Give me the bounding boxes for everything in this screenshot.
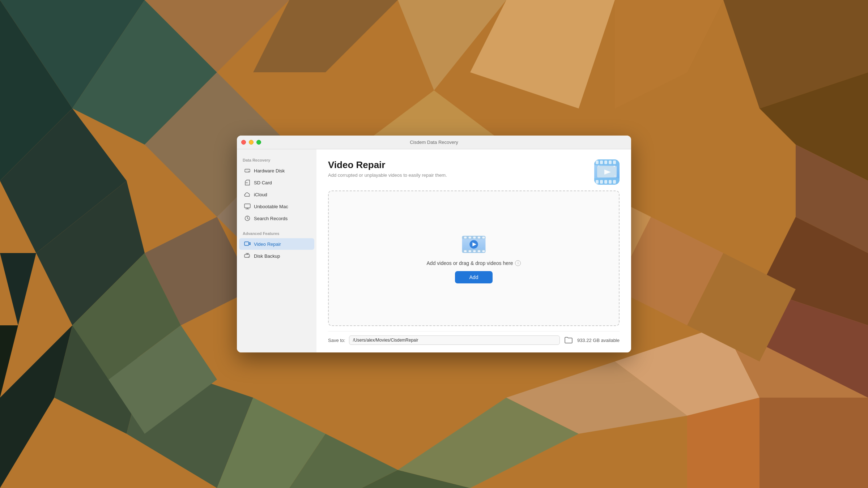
traffic-lights bbox=[241, 140, 261, 145]
svg-rect-53 bbox=[244, 242, 249, 245]
sidebar-item-hardware-disk[interactable]: Hardware Disk bbox=[239, 165, 314, 176]
sidebar-item-unbootable-mac-label: Unbootable Mac bbox=[254, 204, 288, 209]
svg-text:✦: ✦ bbox=[614, 175, 616, 177]
sidebar-item-search-records-label: Search Records bbox=[254, 216, 288, 221]
sidebar-item-icloud[interactable]: iCloud bbox=[239, 189, 314, 200]
svg-point-43 bbox=[248, 171, 249, 172]
main-content: Data Recovery Hardware Disk bbox=[237, 149, 631, 352]
sidebar-item-unbootable-mac[interactable]: Unbootable Mac bbox=[239, 201, 314, 212]
svg-rect-60 bbox=[604, 160, 607, 164]
svg-text:✦: ✦ bbox=[613, 165, 616, 168]
save-path-input[interactable] bbox=[349, 335, 560, 345]
content-area: Video Repair Add corrupted or unplayable… bbox=[316, 149, 631, 352]
svg-rect-61 bbox=[609, 160, 612, 164]
page-title: Video Repair bbox=[328, 159, 447, 171]
svg-rect-79 bbox=[478, 236, 480, 238]
sidebar-section-advanced-features: Advanced Features bbox=[237, 228, 316, 238]
sidebar-item-sd-card-label: SD Card bbox=[254, 180, 272, 185]
svg-rect-78 bbox=[473, 236, 476, 238]
sidebar-item-search-records[interactable]: Search Records bbox=[239, 213, 314, 224]
svg-rect-83 bbox=[469, 250, 471, 252]
sidebar-item-hardware-disk-label: Hardware Disk bbox=[254, 168, 285, 174]
svg-rect-47 bbox=[244, 204, 250, 208]
video-repair-icon bbox=[244, 241, 251, 247]
drop-zone[interactable]: Add videos or drag & drop videos here i … bbox=[328, 191, 620, 326]
sidebar-section-data-recovery: Data Recovery bbox=[237, 155, 316, 164]
title-bar: Cisdem Data Recovery bbox=[237, 136, 631, 149]
minimize-button[interactable] bbox=[249, 140, 254, 145]
svg-rect-66 bbox=[604, 180, 607, 184]
sidebar-item-video-repair-label: Video Repair bbox=[254, 241, 281, 247]
svg-rect-58 bbox=[596, 160, 599, 164]
svg-rect-64 bbox=[596, 180, 599, 184]
sdcard-icon bbox=[244, 179, 251, 186]
hdd-icon bbox=[244, 167, 251, 174]
video-drop-icon bbox=[461, 234, 487, 255]
app-icon: ✦ ✦ ✦ bbox=[594, 159, 620, 185]
content-title-block: Video Repair Add corrupted or unplayable… bbox=[328, 159, 447, 178]
content-header: Video Repair Add corrupted or unplayable… bbox=[328, 159, 620, 185]
svg-rect-67 bbox=[609, 180, 612, 184]
svg-rect-85 bbox=[478, 250, 480, 252]
disk-backup-icon bbox=[244, 253, 251, 259]
sidebar: Data Recovery Hardware Disk bbox=[237, 149, 316, 352]
svg-rect-76 bbox=[464, 236, 467, 238]
sidebar-item-disk-backup-label: Disk Backup bbox=[254, 253, 280, 259]
info-icon[interactable]: i bbox=[515, 260, 521, 266]
svg-rect-42 bbox=[245, 170, 250, 171]
svg-rect-86 bbox=[482, 250, 485, 252]
page-subtitle: Add corrupted or unplayable videos to ea… bbox=[328, 172, 447, 178]
svg-rect-62 bbox=[613, 160, 616, 164]
sidebar-item-disk-backup[interactable]: Disk Backup bbox=[239, 250, 314, 262]
svg-rect-59 bbox=[600, 160, 603, 164]
svg-rect-68 bbox=[613, 180, 616, 184]
svg-line-52 bbox=[247, 218, 248, 219]
sidebar-item-icloud-label: iCloud bbox=[254, 192, 267, 197]
drop-zone-text: Add videos or drag & drop videos here i bbox=[427, 260, 521, 266]
cloud-icon bbox=[244, 191, 251, 198]
close-button[interactable] bbox=[241, 140, 246, 145]
svg-rect-77 bbox=[469, 236, 471, 238]
svg-rect-84 bbox=[473, 250, 476, 252]
svg-rect-82 bbox=[464, 250, 467, 252]
save-bar: Save to: 933.22 GB available bbox=[328, 331, 620, 345]
available-space-text: 933.22 GB available bbox=[577, 338, 620, 343]
sidebar-item-video-repair[interactable]: Video Repair bbox=[239, 238, 314, 250]
maximize-button[interactable] bbox=[256, 140, 261, 145]
window-title: Cisdem Data Recovery bbox=[410, 140, 458, 145]
svg-point-55 bbox=[248, 257, 249, 257]
svg-rect-65 bbox=[600, 180, 603, 184]
clock-icon bbox=[244, 215, 251, 222]
svg-rect-80 bbox=[482, 236, 485, 238]
folder-browse-button[interactable] bbox=[563, 335, 574, 345]
unbootable-icon bbox=[244, 203, 251, 210]
svg-text:✦: ✦ bbox=[598, 165, 600, 167]
add-button[interactable]: Add bbox=[455, 271, 493, 283]
sidebar-item-sd-card[interactable]: SD Card bbox=[239, 177, 314, 188]
app-window: Cisdem Data Recovery Data Recovery Hardw… bbox=[237, 136, 631, 352]
svg-marker-25 bbox=[760, 398, 868, 488]
save-label: Save to: bbox=[328, 338, 345, 343]
